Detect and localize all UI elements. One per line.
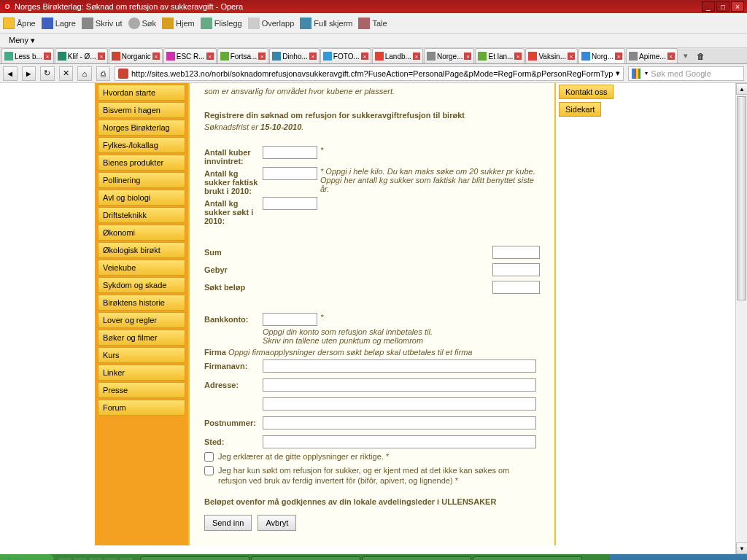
adresse-input[interactable] <box>263 378 536 392</box>
sidebar-item[interactable]: Bienes produkter <box>98 155 185 171</box>
open-button[interactable]: Åpne <box>3 18 36 29</box>
reload-button[interactable]: ↻ <box>40 66 55 81</box>
start-button[interactable]: Start <box>0 554 54 560</box>
sugar-checkbox[interactable] <box>204 466 214 475</box>
kg-sokt-label: Antall kg sukker søkt i 2010: <box>204 197 263 225</box>
browser-tab[interactable]: Apime...× <box>626 48 678 63</box>
kontakt-button[interactable]: Kontakt oss <box>559 85 614 99</box>
gebyr-input[interactable] <box>492 263 540 276</box>
bank-input[interactable] <box>263 313 317 326</box>
sidebar-item[interactable]: Forum <box>98 400 185 416</box>
forward-button[interactable]: ► <box>22 66 36 81</box>
dropdown-icon[interactable]: ▾ <box>645 70 648 77</box>
sidebar-item[interactable]: Økologisk birøkt <box>98 242 185 258</box>
tab-close-icon[interactable]: × <box>152 52 160 60</box>
scroll-up-button[interactable]: ▲ <box>736 83 747 95</box>
sidebar-item[interactable]: Lover og regler <box>98 312 185 328</box>
tab-close-icon[interactable]: × <box>568 52 575 60</box>
kuber-input[interactable] <box>263 146 317 159</box>
browser-tab[interactable]: Less b...× <box>1 48 54 63</box>
print-nav-button[interactable]: ⎙ <box>96 66 111 81</box>
overlap-button[interactable]: Overlapp <box>248 18 295 29</box>
sidebar-item[interactable]: Presse <box>98 382 185 398</box>
sidebar-item[interactable]: Birøktens historie <box>98 295 185 311</box>
meny-button[interactable]: Meny ▾ <box>3 34 41 47</box>
tile-button[interactable]: Flislegg <box>201 18 242 29</box>
home-button[interactable]: Hjem <box>162 18 195 29</box>
tab-close-icon[interactable]: × <box>309 52 317 60</box>
tab-close-icon[interactable]: × <box>44 52 51 60</box>
task-button[interactable]: Innboks - Microsoft O... <box>140 556 249 560</box>
scroll-thumb[interactable] <box>737 96 746 300</box>
close-button[interactable]: × <box>731 1 744 12</box>
stop-button[interactable]: ✕ <box>59 66 74 81</box>
sidebar-item[interactable]: Norges Birøkterlag <box>98 120 185 136</box>
kg-sokt-input[interactable] <box>263 197 317 210</box>
browser-tab[interactable]: FOTO...× <box>320 48 371 63</box>
sidebar-item[interactable]: Økonomi <box>98 225 185 241</box>
browser-tab[interactable]: Klif - Ø...× <box>55 48 108 63</box>
sidebar-item[interactable]: Avl og biologi <box>98 190 185 206</box>
task-button[interactable]: Norges Birøkterlag: S... <box>251 556 360 560</box>
browser-tab[interactable]: ESC R...× <box>163 48 217 63</box>
scrollbar[interactable]: ▲ ▼ <box>735 83 747 554</box>
fullscreen-button[interactable]: Full skjerm <box>300 18 352 29</box>
cancel-button[interactable]: Avbryt <box>258 515 296 531</box>
tab-close-icon[interactable]: × <box>98 52 105 60</box>
maximize-button[interactable]: □ <box>716 1 729 12</box>
task-button[interactable]: Microsoft PowerPoint ... <box>473 556 582 560</box>
browser-tab[interactable]: Norganic× <box>109 48 163 63</box>
browser-tab[interactable]: Vaksin...× <box>525 48 578 63</box>
sidebar-item[interactable]: Pollinering <box>98 172 185 188</box>
back-button[interactable]: ◄ <box>3 66 18 81</box>
sidebar-item[interactable]: Bisverm i hagen <box>98 102 185 118</box>
tab-close-icon[interactable]: × <box>615 52 622 60</box>
save-button[interactable]: Lagre <box>42 18 76 29</box>
sidebar-item[interactable]: Linker <box>98 365 185 381</box>
browser-tab[interactable]: Norg...× <box>578 48 625 63</box>
minimize-button[interactable]: _ <box>702 1 715 12</box>
sted-input[interactable] <box>263 435 536 448</box>
submit-button[interactable]: Send inn <box>204 515 252 531</box>
kg-input[interactable] <box>263 167 317 180</box>
home-nav-button[interactable]: ⌂ <box>77 66 92 81</box>
scroll-down-button[interactable]: ▼ <box>736 542 747 554</box>
browser-tab[interactable]: Fortsa...× <box>217 48 269 63</box>
sokt-belop-input[interactable] <box>492 281 540 294</box>
sidebar-item[interactable]: Fylkes-/lokallag <box>98 137 185 153</box>
sidebar-item[interactable]: Veiekube <box>98 260 185 276</box>
tab-close-icon[interactable]: × <box>258 52 266 60</box>
address-input[interactable]: http://sites.web123.no/norbi/soknadomref… <box>115 66 624 81</box>
browser-tab[interactable]: Landb...× <box>372 48 423 63</box>
postnummer-input[interactable] <box>263 416 536 429</box>
tab-close-icon[interactable]: × <box>514 52 522 60</box>
sidebar-item[interactable]: Driftsteknikk <box>98 207 185 223</box>
dropdown-icon[interactable]: ▾ <box>616 69 620 78</box>
task-button[interactable]: Intranett: Norges Bir... <box>362 556 471 560</box>
sidekart-button[interactable]: Sidekart <box>559 102 601 117</box>
tab-close-icon[interactable]: × <box>667 52 675 60</box>
tab-favicon <box>581 52 590 61</box>
sum-input[interactable] <box>492 246 540 259</box>
tab-close-icon[interactable]: × <box>464 52 471 60</box>
search-button[interactable]: Søk <box>128 18 157 29</box>
trash-button[interactable]: 🗑 <box>694 48 708 63</box>
talk-button[interactable]: Tale <box>358 18 387 29</box>
sidebar-item[interactable]: Hvordan starte <box>98 85 185 101</box>
new-tab-button[interactable]: ▾ <box>678 48 693 63</box>
firmanavn-input[interactable] <box>263 359 536 373</box>
browser-tab[interactable]: Et lan...× <box>475 48 525 63</box>
search-input[interactable]: ▾ Søk med Google <box>628 66 744 81</box>
tab-close-icon[interactable]: × <box>361 52 368 60</box>
tab-close-icon[interactable]: × <box>206 52 214 60</box>
sidebar-item[interactable]: Bøker og filmer <box>98 330 185 346</box>
adresse2-input[interactable] <box>263 397 536 411</box>
sidebar-item[interactable]: Sykdom og skade <box>98 277 185 293</box>
print-button[interactable]: Skriv ut <box>82 18 123 29</box>
url-text: http://sites.web123.no/norbi/soknadomref… <box>131 69 613 78</box>
browser-tab[interactable]: Dinho...× <box>269 48 319 63</box>
declare-checkbox[interactable] <box>204 452 214 462</box>
sidebar-item[interactable]: Kurs <box>98 347 185 363</box>
tab-close-icon[interactable]: × <box>413 52 420 60</box>
browser-tab[interactable]: Norge...× <box>424 48 475 63</box>
